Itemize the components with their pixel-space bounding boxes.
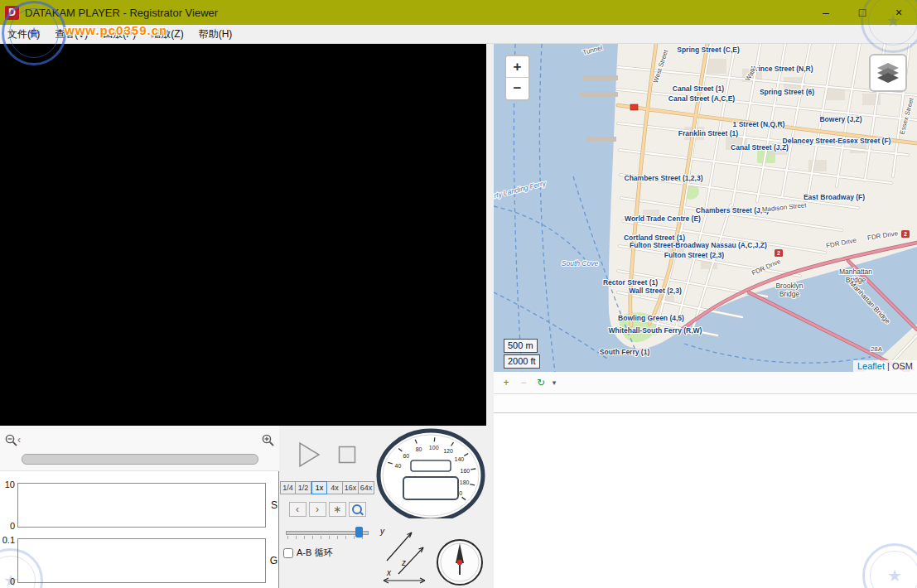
gsensor-chart-label: G xyxy=(270,555,278,566)
maximize-button[interactable]: □ xyxy=(844,0,881,25)
zoom-window-button[interactable] xyxy=(349,502,366,517)
file-toolbar: +−↻▾ xyxy=(494,372,917,394)
speed-chart-ymin: 0 xyxy=(0,521,15,531)
leaflet-link[interactable]: Leaflet xyxy=(857,361,885,371)
map-label: South Cove xyxy=(562,259,599,267)
map-label: Canal Street (1) xyxy=(673,84,725,93)
minimize-button[interactable]: – xyxy=(808,0,844,25)
refresh-icon[interactable]: ↻ xyxy=(533,374,549,391)
map-zoom-in-button[interactable]: + xyxy=(506,56,528,78)
gauge-tick-100: 100 xyxy=(429,445,439,451)
transport-panel: 1/41/21x4x16x64x ‹›∗ A-B 循环 xyxy=(279,426,375,588)
play-button[interactable] xyxy=(298,441,321,468)
speed-button-16x[interactable]: 16x xyxy=(343,481,359,494)
speed-buttons: 1/41/21x4x16x64x xyxy=(280,481,374,494)
gauge-display-small xyxy=(411,460,451,471)
svg-text:2: 2 xyxy=(777,250,780,256)
gsensor-chart: 0.1 0 G xyxy=(0,538,278,583)
stop-button[interactable] xyxy=(338,446,356,464)
gauge-tick-120: 120 xyxy=(443,448,453,454)
map-label: Rector Street (1) xyxy=(603,278,658,287)
add-icon[interactable]: + xyxy=(498,374,514,391)
map-label: Bowery (J,Z) xyxy=(819,115,861,123)
bookmark-button[interactable]: ∗ xyxy=(329,502,346,517)
map-label: Whitehall-South Ferry (R,W) xyxy=(609,326,702,335)
window-title: DATAKAM PLAYER - Registrator Viewer xyxy=(25,7,808,19)
osm-attribution: | OSM xyxy=(885,361,913,371)
map-label: World Trade Centre (E) xyxy=(625,214,701,223)
menu-item-1[interactable]: 文件(F) xyxy=(0,26,47,43)
gsensor-chart-plot[interactable] xyxy=(17,538,266,583)
map-layers-button[interactable] xyxy=(869,54,907,92)
map-label: 28A xyxy=(871,345,883,353)
map-view[interactable]: 22 Spring Street (C,E)Prince Street (N,R… xyxy=(494,44,917,372)
map-scale-control: 500 m 2000 ft xyxy=(504,337,540,369)
gauge-display-odometer xyxy=(403,477,458,499)
step-back-button[interactable]: ‹ xyxy=(289,502,306,517)
gauge-tick-140: 140 xyxy=(455,456,465,462)
gauge-tick-80: 80 xyxy=(416,446,422,452)
ab-loop-checkbox[interactable] xyxy=(283,548,293,558)
speed-chart-label: S xyxy=(271,499,278,511)
map-label: Franklin Street (1) xyxy=(678,129,738,137)
speedometer-gauge: 406080100120140160180200 xyxy=(375,427,486,518)
app-icon: D xyxy=(5,6,19,20)
timeline-zoom-in-icon[interactable] xyxy=(261,433,275,447)
speed-button-1/4[interactable]: 1/4 xyxy=(280,481,296,494)
map-label: Spring Street (6) xyxy=(760,88,814,96)
gsensor-chart-ymax: 0.1 xyxy=(0,535,15,545)
refresh-options-icon[interactable]: ▾ xyxy=(550,374,558,391)
map-zoom-control: + − xyxy=(504,55,530,101)
menu-bar: 文件(F)查看(V)回放(P)缩放(Z)帮助(H) xyxy=(0,25,917,44)
map-label: Delancey Street-Essex Street (F) xyxy=(783,137,891,145)
gauge-tick-60: 60 xyxy=(403,453,409,459)
menu-item-4[interactable]: 缩放(Z) xyxy=(143,26,191,43)
remove-icon: − xyxy=(515,374,532,391)
step-forward-button[interactable]: › xyxy=(309,502,326,517)
charts-panel: 10 0 S 0.1 0 G xyxy=(0,471,279,588)
svg-text:2: 2 xyxy=(904,231,907,237)
speed-button-4x[interactable]: 4x xyxy=(327,481,343,494)
timeline-zoom-out-icon[interactable] xyxy=(4,433,18,447)
map-label: Brooklyn xyxy=(775,282,803,290)
speed-button-1x[interactable]: 1x xyxy=(311,481,327,494)
menu-item-5[interactable]: 帮助(H) xyxy=(191,26,240,43)
map-label: Canal Street (A,C,E) xyxy=(668,94,735,103)
map-zoom-out-button[interactable]: − xyxy=(506,78,528,99)
nav-buttons: ‹›∗ xyxy=(289,502,366,517)
map-label: 1 Street (N,Q,R) xyxy=(733,120,785,128)
video-display[interactable] xyxy=(0,44,486,426)
menu-item-2[interactable]: 查看(V) xyxy=(47,26,95,43)
gauge-tick-180: 180 xyxy=(460,480,470,485)
menu-item-3[interactable]: 回放(P) xyxy=(95,26,143,43)
map-label: Spring Street (C,E) xyxy=(677,46,740,54)
map-label: Bridge xyxy=(779,290,800,298)
compass-dial xyxy=(435,536,485,587)
map-canvas: 22 Spring Street (C,E)Prince Street (N,R… xyxy=(494,44,917,372)
map-attribution: Leaflet | OSM xyxy=(853,360,917,372)
slider-thumb[interactable] xyxy=(355,527,363,537)
speed-button-64x[interactable]: 64x xyxy=(359,481,374,494)
layers-icon xyxy=(877,63,899,83)
map-label: Fulton Street-Broadway Nassau (A,C,J,Z) xyxy=(630,241,767,249)
axis-y-label: y xyxy=(379,527,385,536)
map-scale-imperial: 2000 ft xyxy=(504,354,540,369)
file-table-body[interactable] xyxy=(494,413,917,588)
close-button[interactable]: × xyxy=(881,0,917,25)
magnifier-icon xyxy=(352,504,362,514)
seek-back-button[interactable]: ‹ xyxy=(17,434,21,446)
timeline-scrollbar[interactable] xyxy=(22,454,258,465)
speed-button-1/2[interactable]: 1/2 xyxy=(296,481,311,494)
map-label: Manhattan xyxy=(839,267,872,276)
map-scale-metric: 500 m xyxy=(504,339,538,353)
position-slider[interactable] xyxy=(286,525,369,539)
map-marker[interactable] xyxy=(630,104,638,110)
speed-chart: 10 0 S xyxy=(0,483,278,528)
map-label: Fulton Street (2,3) xyxy=(664,251,724,259)
speed-chart-plot[interactable] xyxy=(17,483,266,528)
speed-chart-ymax: 10 xyxy=(0,480,15,489)
map-label: Canal Street (J,Z) xyxy=(731,143,789,152)
ab-loop-label: A-B 循环 xyxy=(297,547,332,559)
file-table-header xyxy=(494,394,917,413)
gauge-tick-40: 40 xyxy=(395,463,402,469)
